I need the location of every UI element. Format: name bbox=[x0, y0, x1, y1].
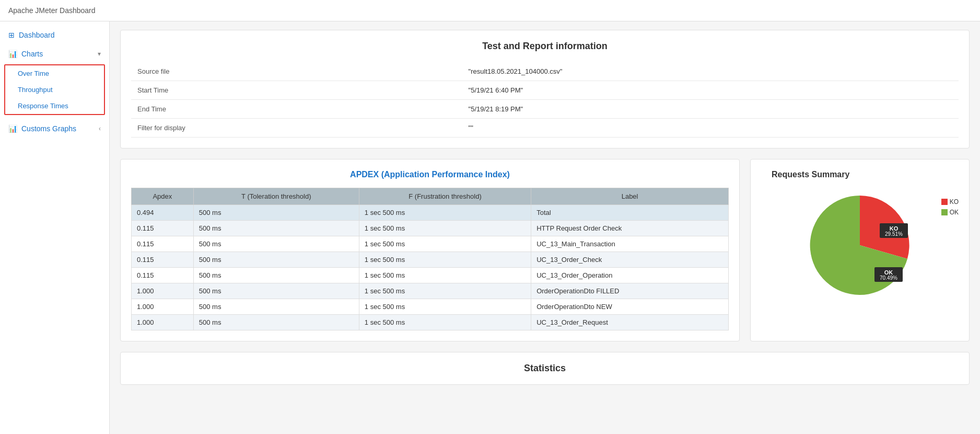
apdex-t-threshold: 500 ms bbox=[193, 236, 359, 252]
requests-summary-section: Requests Summary bbox=[750, 159, 970, 341]
response-times-label: Response Times bbox=[18, 102, 68, 110]
apdex-label: UC_13_Order_Request bbox=[531, 315, 729, 330]
apdex-label: OrderOperationDto FILLED bbox=[531, 283, 729, 299]
info-value: "result18.05.2021_104000.csv" bbox=[462, 62, 959, 81]
main-content: Test and Report information Source file"… bbox=[110, 21, 980, 434]
apdex-label: UC_13_Order_Check bbox=[531, 252, 729, 268]
apdex-col-header: F (Frustration threshold) bbox=[359, 188, 531, 205]
two-col-section: APDEX (Application Performance Index) Ap… bbox=[120, 159, 970, 341]
ok-legend-label: OK bbox=[950, 209, 959, 216]
legend-ok: OK bbox=[941, 209, 959, 216]
info-table-row: Filter for display"" bbox=[131, 119, 959, 138]
pie-chart: KO 29.51% OK 70.49% bbox=[797, 188, 923, 303]
sidebar: ⊞ Dashboard 📊 Charts ▾ Over Time Through… bbox=[0, 21, 110, 434]
ko-percent-text: 29.51% bbox=[885, 231, 903, 237]
apdex-table-row: 0.115 500 ms 1 sec 500 ms UC_13_Main_Tra… bbox=[132, 236, 729, 252]
sidebar-item-over-time[interactable]: Over Time bbox=[5, 65, 104, 82]
ok-percent-text: 70.49% bbox=[880, 275, 897, 281]
charts-icon: 📊 bbox=[8, 50, 17, 58]
apdex-f-threshold: 1 sec 500 ms bbox=[359, 268, 531, 283]
chevron-left-icon: ‹ bbox=[99, 125, 101, 132]
apdex-label: UC_13_Order_Operation bbox=[531, 268, 729, 283]
apdex-table-row: 0.115 500 ms 1 sec 500 ms HTTP Request O… bbox=[132, 221, 729, 236]
apdex-label: HTTP Request Order Check bbox=[531, 221, 729, 236]
ok-legend-dot bbox=[941, 209, 948, 215]
apdex-col-header: Label bbox=[531, 188, 729, 205]
apdex-t-threshold: 500 ms bbox=[193, 205, 359, 221]
apdex-table-row: 0.494 500 ms 1 sec 500 ms Total bbox=[132, 205, 729, 221]
sidebar-submenu-charts: Over Time Throughput Response Times bbox=[4, 64, 105, 115]
apdex-value: 1.000 bbox=[132, 283, 194, 299]
dashboard-icon: ⊞ bbox=[8, 31, 15, 39]
statistics-section: Statistics bbox=[120, 352, 970, 385]
apdex-value: 1.000 bbox=[132, 315, 194, 330]
apdex-t-threshold: 500 ms bbox=[193, 315, 359, 330]
apdex-f-threshold: 1 sec 500 ms bbox=[359, 205, 531, 221]
apdex-value: 1.000 bbox=[132, 299, 194, 315]
apdex-value: 0.494 bbox=[132, 205, 194, 221]
apdex-label: OrderOperationDto NEW bbox=[531, 299, 729, 315]
apdex-f-threshold: 1 sec 500 ms bbox=[359, 236, 531, 252]
apdex-table-row: 0.115 500 ms 1 sec 500 ms UC_13_Order_Ch… bbox=[132, 252, 729, 268]
apdex-f-threshold: 1 sec 500 ms bbox=[359, 252, 531, 268]
apdex-t-threshold: 500 ms bbox=[193, 252, 359, 268]
pie-legend: KO OK bbox=[941, 198, 959, 216]
sidebar-customs-graphs-label: Customs Graphs bbox=[21, 124, 76, 133]
apdex-table-row: 0.115 500 ms 1 sec 500 ms UC_13_Order_Op… bbox=[132, 268, 729, 283]
customs-graphs-icon: 📊 bbox=[8, 124, 17, 133]
requests-summary-title: Requests Summary bbox=[772, 170, 849, 179]
apdex-col-header: T (Toleration threshold) bbox=[193, 188, 359, 205]
statistics-title: Statistics bbox=[131, 363, 959, 374]
sidebar-item-charts[interactable]: 📊 Charts ▾ bbox=[0, 44, 109, 63]
chevron-down-icon: ▾ bbox=[98, 50, 101, 58]
apdex-t-threshold: 500 ms bbox=[193, 299, 359, 315]
apdex-table-row: 1.000 500 ms 1 sec 500 ms UC_13_Order_Re… bbox=[132, 315, 729, 330]
sidebar-item-customs-graphs[interactable]: 📊 Customs Graphs ‹ bbox=[0, 119, 109, 138]
apdex-value: 0.115 bbox=[132, 236, 194, 252]
report-info-section: Test and Report information Source file"… bbox=[121, 30, 969, 148]
report-info-table: Source file"result18.05.2021_104000.csv"… bbox=[131, 62, 959, 138]
apdex-table-row: 1.000 500 ms 1 sec 500 ms OrderOperation… bbox=[132, 299, 729, 315]
info-label: Start Time bbox=[131, 81, 462, 100]
info-table-row: End Time"5/19/21 8:19 PM" bbox=[131, 100, 959, 119]
ko-legend-dot bbox=[941, 199, 948, 205]
apdex-f-threshold: 1 sec 500 ms bbox=[359, 221, 531, 236]
apdex-label: UC_13_Main_Transaction bbox=[531, 236, 729, 252]
info-label: End Time bbox=[131, 100, 462, 119]
info-table-row: Source file"result18.05.2021_104000.csv" bbox=[131, 62, 959, 81]
info-value: "5/19/21 8:19 PM" bbox=[462, 100, 959, 119]
apdex-value: 0.115 bbox=[132, 268, 194, 283]
apdex-table: ApdexT (Toleration threshold)F (Frustrat… bbox=[131, 188, 729, 330]
apdex-title: APDEX (Application Performance Index) bbox=[131, 170, 729, 179]
apdex-section: APDEX (Application Performance Index) Ap… bbox=[120, 159, 740, 341]
sidebar-charts-label: Charts bbox=[21, 50, 43, 58]
sidebar-item-response-times[interactable]: Response Times bbox=[5, 98, 104, 114]
sidebar-item-throughput[interactable]: Throughput bbox=[5, 82, 104, 98]
report-info-card: Test and Report information Source file"… bbox=[120, 30, 970, 149]
apdex-col-header: Apdex bbox=[132, 188, 194, 205]
info-value: "" bbox=[462, 119, 959, 138]
apdex-table-row: 1.000 500 ms 1 sec 500 ms OrderOperation… bbox=[132, 283, 729, 299]
apdex-t-threshold: 500 ms bbox=[193, 268, 359, 283]
apdex-t-threshold: 500 ms bbox=[193, 221, 359, 236]
info-label: Source file bbox=[131, 62, 462, 81]
sidebar-item-dashboard[interactable]: ⊞ Dashboard bbox=[0, 26, 109, 44]
page-title: Apache JMeter Dashboard bbox=[8, 6, 96, 15]
apdex-value: 0.115 bbox=[132, 221, 194, 236]
apdex-f-threshold: 1 sec 500 ms bbox=[359, 299, 531, 315]
throughput-label: Throughput bbox=[18, 86, 53, 94]
apdex-f-threshold: 1 sec 500 ms bbox=[359, 283, 531, 299]
ko-legend-label: KO bbox=[950, 198, 959, 205]
apdex-label: Total bbox=[531, 205, 729, 221]
over-time-label: Over Time bbox=[18, 70, 49, 77]
info-label: Filter for display bbox=[131, 119, 462, 138]
sidebar-dashboard-label: Dashboard bbox=[19, 31, 55, 39]
info-value: "5/19/21 6:40 PM" bbox=[462, 81, 959, 100]
title-bar: Apache JMeter Dashboard bbox=[0, 0, 980, 21]
info-table-row: Start Time"5/19/21 6:40 PM" bbox=[131, 81, 959, 100]
report-info-title: Test and Report information bbox=[131, 41, 959, 52]
apdex-f-threshold: 1 sec 500 ms bbox=[359, 315, 531, 330]
apdex-value: 0.115 bbox=[132, 252, 194, 268]
apdex-t-threshold: 500 ms bbox=[193, 283, 359, 299]
legend-ko: KO bbox=[941, 198, 959, 205]
